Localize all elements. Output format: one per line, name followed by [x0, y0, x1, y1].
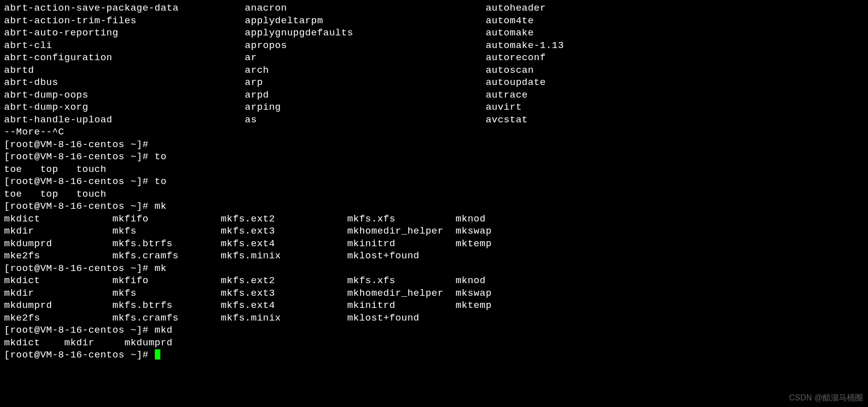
completion-list: mkdict mkfifo mkfs.ext2 mkfs.xfs mknod	[4, 275, 864, 287]
prompt-line: [root@VM-8-16-centos ~]# to	[4, 175, 864, 188]
completion-list: mke2fs mkfs.cramfs mkfs.minix mklost+fou…	[4, 312, 864, 325]
completion-list: mkdir mkfs mkfs.ext3 mkhomedir_helper mk…	[4, 225, 864, 238]
completion-list: toe top touch	[4, 188, 864, 201]
prompt-line: [root@VM-8-16-centos ~]#	[4, 139, 864, 151]
more-indicator: --More--^C	[4, 126, 864, 139]
cmd-list-row: abrt-handle-upload as avcstat	[4, 114, 864, 126]
cmd-list-row: abrt-action-trim-files applydeltarpm aut…	[4, 15, 864, 27]
cmd-list-row: abrt-dump-oops arpd autrace	[4, 89, 864, 102]
cmd-list-row: abrt-dump-xorg arping auvirt	[4, 101, 864, 114]
completion-list: mkdict mkdir mkdumprd	[4, 337, 864, 349]
cursor-icon	[155, 349, 160, 359]
terminal-output: abrt-action-save-package-data anacron au…	[4, 2, 864, 361]
prompt-line-active[interactable]: [root@VM-8-16-centos ~]#	[4, 349, 864, 361]
cmd-list-row: abrt-action-save-package-data anacron au…	[4, 2, 864, 15]
completion-list: mkdir mkfs mkfs.ext3 mkhomedir_helper mk…	[4, 287, 864, 300]
cmd-list-row: abrt-dbus arp autoupdate	[4, 76, 864, 89]
completion-list: mkdumprd mkfs.btrfs mkfs.ext4 mkinitrd m…	[4, 299, 864, 312]
cmd-list-row: abrtd arch autoscan	[4, 64, 864, 77]
completion-list: mkdict mkfifo mkfs.ext2 mkfs.xfs mknod	[4, 213, 864, 225]
completion-list: toe top touch	[4, 163, 864, 176]
cmd-list-row: abrt-cli apropos automake-1.13	[4, 39, 864, 52]
watermark: CSDN @醋溜马桶圈	[789, 392, 863, 404]
cmd-list-row: abrt-auto-reporting applygnupgdefaults a…	[4, 27, 864, 39]
prompt-line: [root@VM-8-16-centos ~]# mk	[4, 262, 864, 275]
prompt-line: [root@VM-8-16-centos ~]# mk	[4, 200, 864, 213]
completion-list: mke2fs mkfs.cramfs mkfs.minix mklost+fou…	[4, 250, 864, 262]
completion-list: mkdumprd mkfs.btrfs mkfs.ext4 mkinitrd m…	[4, 238, 864, 250]
prompt-line: [root@VM-8-16-centos ~]# mkd	[4, 324, 864, 337]
cmd-list-row: abrt-configuration ar autoreconf	[4, 52, 864, 64]
prompt-line: [root@VM-8-16-centos ~]# to	[4, 151, 864, 163]
